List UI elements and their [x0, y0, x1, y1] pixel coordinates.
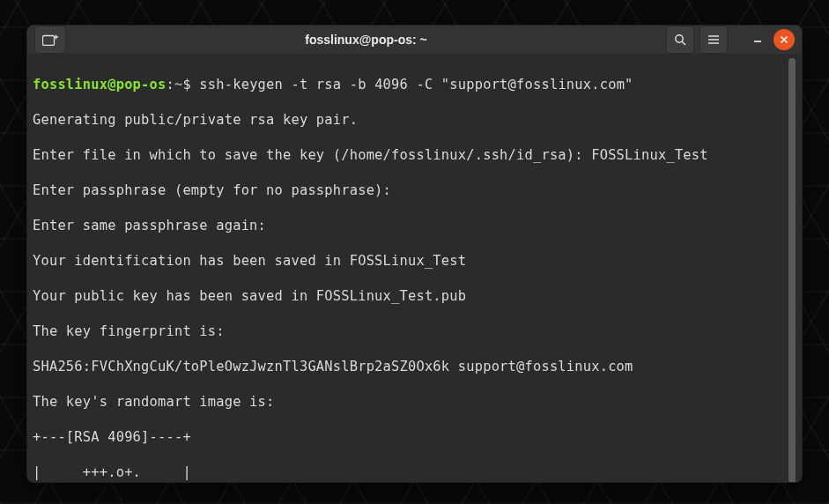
output-line: Enter file in which to save the key (/ho…	[33, 146, 786, 164]
prompt-path: ~	[174, 77, 182, 93]
prompt-sep: :	[166, 77, 174, 93]
new-tab-icon	[42, 33, 58, 46]
terminal-viewport[interactable]: fosslinux@pop-os:~$ ssh-keygen -t rsa -b…	[27, 55, 802, 483]
scrollbar[interactable]	[788, 58, 796, 483]
output-line: SHA256:FVChXngCuK/toPleOwzJwznTl3GANslBr…	[33, 358, 786, 375]
output-line: Your identification has been saved in FO…	[33, 252, 786, 270]
minimize-icon	[752, 33, 763, 47]
output-line: Enter same passphrase again:	[33, 217, 786, 234]
command-text: ssh-keygen -t rsa -b 4096 -C "support@fo…	[191, 77, 633, 93]
window-title: fosslinux@pop-os: ~	[71, 33, 661, 47]
output-line: Your public key has been saved in FOSSLi…	[33, 287, 786, 305]
output-line: The key fingerprint is:	[33, 322, 786, 340]
svg-rect-0	[43, 36, 55, 46]
titlebar: fosslinux@pop-os: ~	[27, 26, 802, 55]
randomart-line: | +++.o+. |	[33, 463, 786, 481]
close-button[interactable]	[773, 29, 795, 50]
randomart-line: +---[RSA 4096]----+	[33, 428, 786, 446]
output-line: Enter passphrase (empty for no passphras…	[33, 182, 786, 199]
prompt-char: $	[182, 77, 190, 93]
hamburger-icon	[707, 33, 720, 46]
close-icon	[780, 33, 788, 47]
minimize-button[interactable]	[747, 29, 768, 50]
output-line: Generating public/private rsa key pair.	[33, 111, 786, 129]
terminal-window: fosslinux@pop-os: ~ fosslinux@pop-os:~$ …	[26, 25, 803, 483]
search-icon	[674, 33, 686, 46]
svg-point-3	[676, 35, 683, 42]
terminal-content[interactable]: fosslinux@pop-os:~$ ssh-keygen -t rsa -b…	[33, 58, 786, 483]
scrollbar-thumb[interactable]	[788, 58, 796, 483]
prompt-user-host: fosslinux@pop-os	[33, 77, 166, 93]
output-line: The key's randomart image is:	[33, 393, 786, 411]
search-button[interactable]	[666, 26, 694, 54]
svg-line-4	[682, 41, 685, 45]
menu-button[interactable]	[699, 26, 728, 54]
new-tab-button[interactable]	[34, 26, 66, 54]
